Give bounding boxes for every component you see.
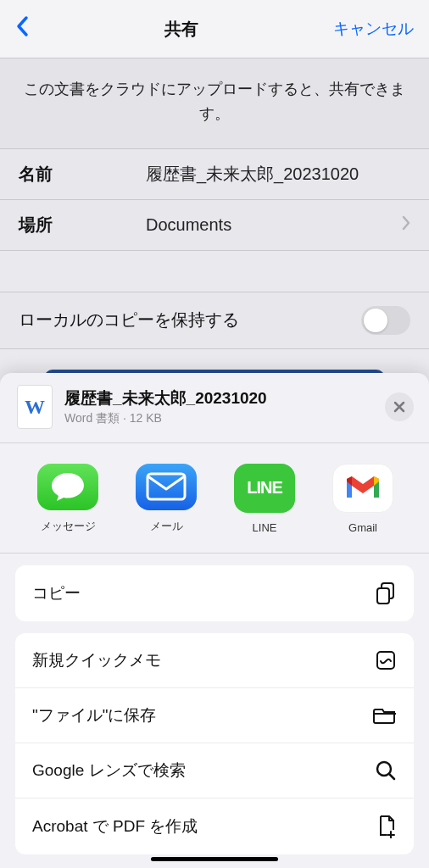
- action-label: Acrobat で PDF を作成: [32, 815, 198, 837]
- location-value: Documents: [146, 215, 402, 235]
- location-label: 場所: [19, 214, 146, 236]
- app-label: メッセージ: [41, 519, 96, 534]
- quick-note-icon: [375, 649, 397, 671]
- close-icon: [393, 401, 405, 413]
- app-label: メール: [150, 519, 183, 534]
- app-messages[interactable]: メッセージ: [34, 464, 102, 534]
- cancel-button[interactable]: キャンセル: [333, 18, 414, 40]
- nav-title: 共有: [164, 18, 198, 41]
- gmail-icon: [332, 464, 393, 513]
- keep-local-row: ローカルのコピーを保持する: [0, 292, 429, 349]
- action-quick-note[interactable]: 新規クイックメモ: [15, 633, 414, 687]
- share-actions: コピー 新規クイックメモ "ファイル"に保存 Google レンズで検索: [0, 554, 429, 868]
- share-doc-subtitle: Word 書類 · 12 KB: [64, 411, 373, 426]
- back-button[interactable]: [15, 15, 29, 43]
- svg-rect-0: [148, 474, 185, 499]
- word-doc-icon: W: [17, 385, 53, 429]
- location-row[interactable]: 場所 Documents: [0, 200, 429, 251]
- action-save-files[interactable]: "ファイル"に保存: [15, 687, 414, 743]
- action-label: Google レンズで検索: [32, 760, 186, 782]
- action-label: "ファイル"に保存: [32, 704, 157, 726]
- copy-icon: [375, 581, 397, 605]
- app-mail[interactable]: メール: [132, 464, 200, 534]
- action-label: 新規クイックメモ: [32, 649, 161, 671]
- action-label: コピー: [32, 582, 81, 604]
- search-icon: [375, 760, 397, 782]
- folder-icon: [373, 706, 397, 725]
- share-apps-row[interactable]: メッセージ メール LINE LINE: [0, 443, 429, 553]
- nav-bar: 共有 キャンセル: [0, 0, 429, 58]
- name-value: 履歴書_未来太郎_20231020: [146, 163, 410, 186]
- share-doc-title: 履歴書_未来太郎_20231020: [64, 387, 373, 409]
- name-label: 名前: [19, 163, 146, 186]
- share-doc-header: W 履歴書_未来太郎_20231020 Word 書類 · 12 KB: [0, 373, 429, 442]
- info-banner: この文書をクラウドにアップロードすると、共有できます。: [0, 58, 429, 149]
- close-button[interactable]: [385, 392, 414, 421]
- name-row[interactable]: 名前 履歴書_未来太郎_20231020: [0, 149, 429, 200]
- chevron-right-icon: [402, 214, 410, 236]
- keep-local-toggle[interactable]: [361, 306, 410, 335]
- action-google-lens[interactable]: Google レンズで検索: [15, 743, 414, 798]
- app-label: Gmail: [348, 521, 377, 534]
- action-acrobat-pdf[interactable]: Acrobat で PDF を作成: [15, 798, 414, 854]
- home-indicator[interactable]: [151, 857, 278, 861]
- app-gmail[interactable]: Gmail: [329, 464, 397, 534]
- line-icon: LINE: [234, 464, 295, 513]
- keep-local-label: ローカルのコピーを保持する: [19, 309, 239, 331]
- pdf-plus-icon: [376, 815, 397, 838]
- mail-icon: [136, 464, 197, 510]
- share-sheet: W 履歴書_未来太郎_20231020 Word 書類 · 12 KB メッセー…: [0, 373, 429, 868]
- action-copy[interactable]: コピー: [15, 565, 414, 621]
- messages-icon: [37, 464, 98, 510]
- app-label: LINE: [253, 521, 277, 534]
- svg-rect-2: [377, 588, 389, 604]
- app-line[interactable]: LINE LINE: [231, 464, 298, 534]
